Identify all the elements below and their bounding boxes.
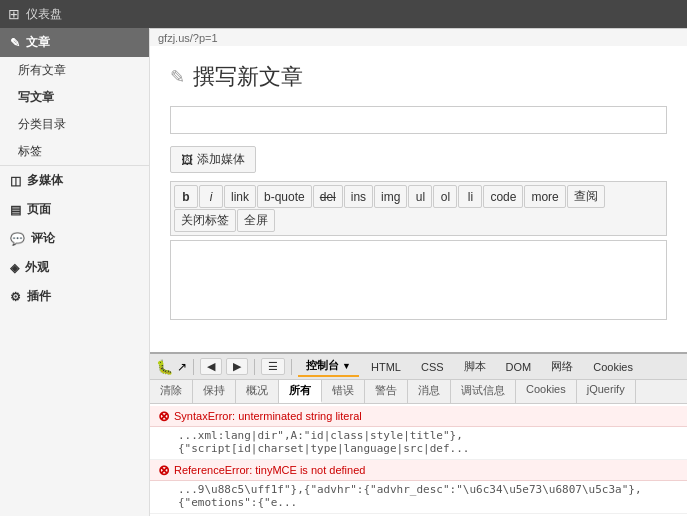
toolbar-bold[interactable]: b	[174, 185, 198, 208]
devtools-subtabs: 清除 保持 概况 所有 错误 警告 消息 调试信息 Cookies jQueri…	[150, 380, 687, 404]
devtools-forward-btn[interactable]: ▶	[226, 358, 248, 375]
sidebar-heading-media[interactable]: ◫ 多媒体	[0, 166, 149, 195]
article-icon: ✎	[10, 36, 20, 50]
sidebar-item-all-articles[interactable]: 所有文章	[0, 57, 149, 84]
subtab-profile[interactable]: 概况	[236, 380, 279, 403]
subtab-messages[interactable]: 消息	[408, 380, 451, 403]
toolbar-separator-3	[291, 359, 292, 375]
sidebar-item-categories[interactable]: 分类目录	[0, 111, 149, 138]
sidebar-heading-appearance[interactable]: ◈ 外观	[0, 253, 149, 282]
toolbar-link[interactable]: link	[224, 185, 256, 208]
subtab-all[interactable]: 所有	[279, 380, 322, 403]
subtab-persist[interactable]: 保持	[193, 380, 236, 403]
sidebar-item-write-article[interactable]: 写文章	[0, 84, 149, 111]
pages-icon: ▤	[10, 203, 21, 217]
toolbar-ol[interactable]: ol	[433, 185, 457, 208]
main-layout: ✎ 文章 所有文章 写文章 分类目录 标签 ◫ 多媒体 ▤ 页面 💬 评论 ◈ …	[0, 28, 687, 516]
subtab-warnings[interactable]: 警告	[365, 380, 408, 403]
editor-body[interactable]	[170, 240, 667, 320]
devtools-back-btn[interactable]: ◀	[200, 358, 222, 375]
sidebar-heading-comments[interactable]: 💬 评论	[0, 224, 149, 253]
media-add-icon: 🖼	[181, 153, 193, 167]
status-bar: gfzj.us/?p=1	[150, 28, 687, 46]
toolbar-code[interactable]: code	[483, 185, 523, 208]
sidebar-comments-label: 评论	[31, 230, 55, 247]
subtab-jquerify[interactable]: jQuerify	[577, 380, 636, 403]
toolbar-italic[interactable]: i	[199, 185, 223, 208]
devtools-menu-btn[interactable]: ☰	[261, 358, 285, 375]
error-2-message: ReferenceError: tinyMCE is not defined	[174, 464, 365, 476]
toolbar-del[interactable]: del	[313, 185, 343, 208]
toolbar-preview[interactable]: 查阅	[567, 185, 605, 208]
devtools-toolbar: 🐛 ↗ ◀ ▶ ☰ 控制台 ▼ HTML CSS 脚本 DOM 网络 Cooki…	[150, 354, 687, 380]
sidebar-pages-label: 页面	[27, 201, 51, 218]
editor-toolbar: b i link b-quote del ins img ul ol li co…	[170, 181, 667, 236]
toolbar-ins[interactable]: ins	[344, 185, 373, 208]
console-dropdown-arrow: ▼	[342, 361, 351, 371]
sidebar-appearance-label: 外观	[25, 259, 49, 276]
toolbar-separator-2	[254, 359, 255, 375]
sidebar-plugins-label: 插件	[27, 288, 51, 305]
topbar-title: 仪表盘	[26, 6, 62, 23]
content-area: ✎ 撰写新文章 🖼 添加媒体 b i link b-quote del ins …	[150, 46, 687, 352]
sidebar-media-label: 多媒体	[27, 172, 63, 189]
sidebar-item-tags[interactable]: 标签	[0, 138, 149, 165]
toolbar-li[interactable]: li	[458, 185, 482, 208]
toolbar-more[interactable]: more	[524, 185, 565, 208]
add-media-button[interactable]: 🖼 添加媒体	[170, 146, 256, 173]
error-1-message: SyntaxError: unterminated string literal	[174, 410, 362, 422]
dashboard-icon: ⊞	[8, 6, 20, 22]
devtab-cookies[interactable]: Cookies	[585, 359, 641, 375]
dev-tools: 🐛 ↗ ◀ ▶ ☰ 控制台 ▼ HTML CSS 脚本 DOM 网络 Cooki…	[150, 352, 687, 516]
devtab-css[interactable]: CSS	[413, 359, 452, 375]
error-1-title: ⊗ SyntaxError: unterminated string liter…	[150, 406, 687, 427]
inspect-icon: ↗	[177, 360, 187, 374]
subtab-debug[interactable]: 调试信息	[451, 380, 516, 403]
devtab-console[interactable]: 控制台 ▼	[298, 356, 359, 377]
comments-icon: 💬	[10, 232, 25, 246]
sidebar-heading-pages[interactable]: ▤ 页面	[0, 195, 149, 224]
subtab-clear[interactable]: 清除	[150, 380, 193, 403]
toolbar-separator-1	[193, 359, 194, 375]
firebug-icon: 🐛	[156, 359, 173, 375]
error-1-detail: ...xml:lang|dir",A:"id|class|style|title…	[150, 427, 687, 460]
error-1-icon: ⊗	[158, 408, 170, 424]
sidebar: ✎ 文章 所有文章 写文章 分类目录 标签 ◫ 多媒体 ▤ 页面 💬 评论 ◈ …	[0, 28, 150, 516]
subtab-errors[interactable]: 错误	[322, 380, 365, 403]
console-output: ⊗ SyntaxError: unterminated string liter…	[150, 404, 687, 516]
page-title: ✎ 撰写新文章	[170, 62, 667, 92]
error-2-icon: ⊗	[158, 462, 170, 478]
toolbar-fullscreen[interactable]: 全屏	[237, 209, 275, 232]
edit-icon: ✎	[170, 66, 185, 88]
top-bar: ⊞ 仪表盘	[0, 0, 687, 28]
media-icon: ◫	[10, 174, 21, 188]
appearance-icon: ◈	[10, 261, 19, 275]
error-2-detail: ...9\u88c5\uff1f"},{"advhr":{"advhr_desc…	[150, 481, 687, 514]
toolbar-img[interactable]: img	[374, 185, 407, 208]
devtab-network[interactable]: 网络	[543, 357, 581, 376]
plugins-icon: ⚙	[10, 290, 21, 304]
sidebar-heading-article-label: 文章	[26, 34, 50, 51]
sidebar-heading-article[interactable]: ✎ 文章	[0, 28, 149, 57]
devtab-html[interactable]: HTML	[363, 359, 409, 375]
toolbar-close-tags[interactable]: 关闭标签	[174, 209, 236, 232]
subtab-cookies[interactable]: Cookies	[516, 380, 577, 403]
title-input[interactable]	[170, 106, 667, 134]
error-2-title: ⊗ ReferenceError: tinyMCE is not defined	[150, 460, 687, 481]
devtab-script[interactable]: 脚本	[456, 357, 494, 376]
sidebar-heading-plugins[interactable]: ⚙ 插件	[0, 282, 149, 311]
status-url: gfzj.us/?p=1	[158, 32, 218, 44]
toolbar-bquote[interactable]: b-quote	[257, 185, 312, 208]
toolbar-ul[interactable]: ul	[408, 185, 432, 208]
devtab-dom[interactable]: DOM	[498, 359, 540, 375]
sidebar-article-section: 所有文章 写文章 分类目录 标签	[0, 57, 149, 166]
